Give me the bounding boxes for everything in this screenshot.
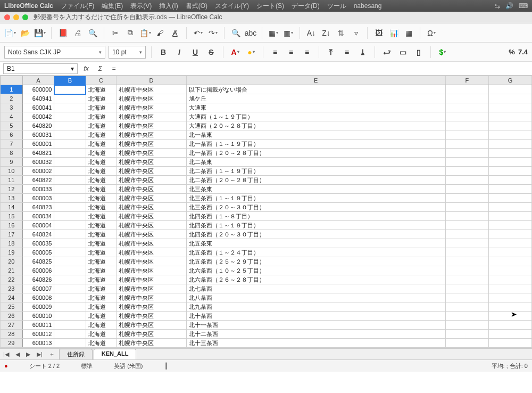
sort-button[interactable]: ⇅ [335, 27, 347, 39]
cell-A10[interactable]: 600002 [22, 167, 54, 176]
cell-E20[interactable]: 北五条西（２５～２９丁目） [186, 257, 445, 266]
cell-G9[interactable] [488, 158, 531, 167]
cell-G16[interactable] [488, 221, 531, 230]
unmerge-cells-button[interactable]: ▯ [412, 46, 425, 59]
cell-B15[interactable] [54, 212, 86, 221]
cell-B7[interactable] [54, 140, 86, 149]
cell-E2[interactable]: 旭ケ丘 [186, 94, 445, 103]
formula-input[interactable] [122, 63, 529, 74]
cell-A5[interactable]: 640820 [22, 121, 54, 130]
cell-A11[interactable]: 640822 [22, 176, 54, 185]
row-header-1[interactable]: 1 [1, 85, 23, 94]
cell-A22[interactable]: 640826 [22, 275, 54, 284]
cell-C29[interactable]: 北海道 [86, 339, 117, 348]
add-sheet-button[interactable]: ＋ [46, 350, 58, 358]
cell-B19[interactable] [54, 248, 86, 257]
undo-button[interactable]: ↶ [192, 27, 204, 39]
cell-A8[interactable]: 640821 [22, 149, 54, 158]
cell-E28[interactable]: 北十二条西 [186, 330, 445, 339]
copy-button[interactable]: ⧉ [124, 27, 136, 39]
cell-D13[interactable]: 札幌市中央区 [117, 194, 186, 203]
cell-B23[interactable] [54, 284, 86, 293]
row-header-15[interactable]: 15 [1, 212, 23, 221]
cell-D14[interactable]: 札幌市中央区 [117, 203, 186, 212]
align-left-button[interactable]: ≡ [269, 46, 281, 59]
row-ops-button[interactable]: ▦ [268, 27, 279, 39]
currency-button[interactable]: $ [436, 46, 449, 59]
special-char-button[interactable]: Ω [426, 27, 437, 39]
function-wizard-button[interactable]: fx [81, 63, 92, 74]
cell-A6[interactable]: 600031 [22, 130, 54, 140]
row-header-6[interactable]: 6 [1, 130, 23, 140]
autofilter-button[interactable]: ▿ [350, 27, 362, 39]
cell-D4[interactable]: 札幌市中央区 [117, 112, 186, 121]
tab-nav-prev[interactable]: ◀ [12, 351, 23, 358]
cell-F16[interactable] [445, 221, 488, 230]
cell-E26[interactable]: 北十条西 [186, 312, 445, 321]
cell-F13[interactable] [445, 194, 488, 203]
cell-A29[interactable]: 600013 [22, 339, 54, 348]
cell-B2[interactable] [54, 94, 86, 103]
wifi-icon[interactable]: ⇆ [495, 2, 500, 10]
cell-A24[interactable]: 600008 [22, 293, 54, 302]
cell-D29[interactable]: 札幌市中央区 [117, 339, 186, 348]
cell-E21[interactable]: 北六条西（１０～２５丁目） [186, 266, 445, 275]
menu-data[interactable]: データ(D) [292, 2, 320, 11]
cell-G5[interactable] [488, 121, 531, 130]
column-header-G[interactable]: G [488, 76, 531, 85]
cell-C23[interactable]: 北海道 [86, 284, 117, 293]
save-button[interactable]: 💾 [34, 27, 46, 39]
clear-format-button[interactable]: A̸ [169, 27, 181, 39]
cell-A17[interactable]: 640824 [22, 230, 54, 239]
cell-B13[interactable] [54, 194, 86, 203]
cell-D11[interactable]: 札幌市中央区 [117, 176, 186, 185]
row-header-26[interactable]: 26 [1, 312, 23, 321]
cell-E18[interactable]: 北五条東 [186, 239, 445, 248]
cell-A18[interactable]: 600035 [22, 239, 54, 248]
underline-button[interactable]: U [189, 46, 202, 59]
cell-C13[interactable]: 北海道 [86, 194, 117, 203]
cell-G2[interactable] [488, 94, 531, 103]
cell-D9[interactable]: 札幌市中央区 [117, 158, 186, 167]
new-doc-button[interactable]: 📄 [4, 27, 16, 39]
row-header-27[interactable]: 27 [1, 321, 23, 330]
bold-button[interactable]: B [157, 46, 170, 59]
sum-button[interactable]: Σ [95, 63, 105, 74]
cell-E9[interactable]: 北二条東 [186, 158, 445, 167]
cell-C21[interactable]: 北海道 [86, 266, 117, 275]
row-header-9[interactable]: 9 [1, 158, 23, 167]
sheet-tab-0[interactable]: 住所録 [59, 349, 93, 359]
cell-C10[interactable]: 北海道 [86, 167, 117, 176]
cell-D23[interactable]: 札幌市中央区 [117, 284, 186, 293]
cell-F15[interactable] [445, 212, 488, 221]
cell-G14[interactable] [488, 203, 531, 212]
cell-D25[interactable]: 札幌市中央区 [117, 302, 186, 312]
cell-B3[interactable] [54, 103, 86, 112]
row-header-25[interactable]: 25 [1, 302, 23, 312]
align-bottom-button[interactable]: ⤓ [356, 46, 369, 59]
cell-D1[interactable]: 札幌市中央区 [117, 85, 186, 94]
cell-D5[interactable]: 札幌市中央区 [117, 121, 186, 130]
wrap-text-button[interactable]: ⮐ [380, 46, 393, 59]
cell-B27[interactable] [54, 321, 86, 330]
cell-C28[interactable]: 北海道 [86, 330, 117, 339]
cell-C16[interactable]: 北海道 [86, 221, 117, 230]
cell-B28[interactable] [54, 330, 86, 339]
cell-A3[interactable]: 600041 [22, 103, 54, 112]
cell-B29[interactable] [54, 339, 86, 348]
cell-F6[interactable] [445, 130, 488, 140]
cell-G12[interactable] [488, 185, 531, 194]
cell-A1[interactable]: 600000 [22, 85, 54, 94]
cell-F26[interactable] [445, 312, 488, 321]
row-header-17[interactable]: 17 [1, 230, 23, 239]
column-header-B[interactable]: B [54, 76, 86, 85]
column-header-A[interactable]: A [22, 76, 54, 85]
cell-D21[interactable]: 札幌市中央区 [117, 266, 186, 275]
row-header-4[interactable]: 4 [1, 112, 23, 121]
cell-F28[interactable] [445, 330, 488, 339]
cell-A15[interactable]: 600034 [22, 212, 54, 221]
menu-tools[interactable]: ツール [327, 2, 346, 11]
cell-D26[interactable]: 札幌市中央区 [117, 312, 186, 321]
cell-B6[interactable] [54, 130, 86, 140]
cell-C24[interactable]: 北海道 [86, 293, 117, 302]
